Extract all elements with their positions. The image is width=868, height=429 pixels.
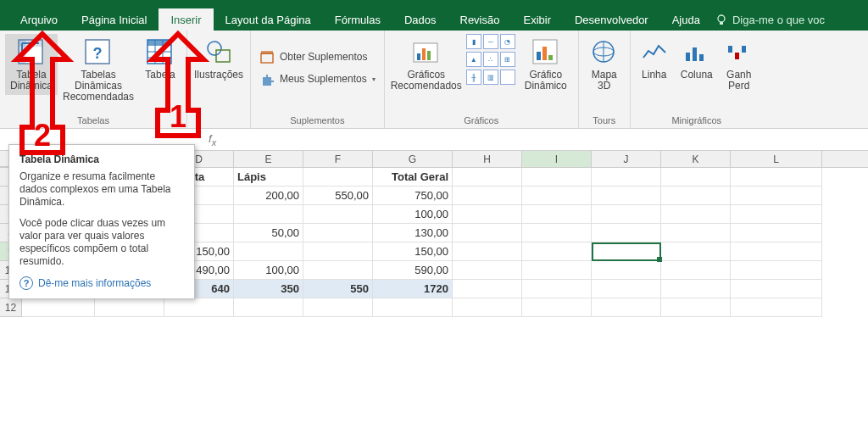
cell[interactable]: 100,00 xyxy=(373,205,453,224)
cell[interactable]: 50,00 xyxy=(234,224,303,242)
col-header[interactable]: F xyxy=(303,151,373,167)
svg-rect-30 xyxy=(699,54,704,61)
store-icon xyxy=(259,49,275,64)
group-tabelas: Tabela Dinâmica ? Tabelas Dinâmicas Reco… xyxy=(0,31,187,129)
sparkline-line-button[interactable]: Linha xyxy=(636,34,673,95)
line-chart-icon[interactable]: ─ xyxy=(483,34,498,49)
table-icon xyxy=(145,37,175,68)
my-addins-label: Meus Suplementos xyxy=(280,73,367,85)
svg-rect-18 xyxy=(417,53,420,60)
group-minigraficos-label: Minigráficos xyxy=(636,115,758,127)
fx-icon: fx xyxy=(202,132,223,148)
sparkline-column-button[interactable]: Coluna xyxy=(676,34,717,95)
globe-icon xyxy=(589,37,620,68)
group-graficos-label: Gráficos xyxy=(390,115,573,127)
area-chart-icon[interactable]: ▲ xyxy=(466,52,481,67)
help-icon: ? xyxy=(19,276,33,290)
tab-formulas[interactable]: Fórmulas xyxy=(323,8,392,31)
tab-inserir[interactable]: Inserir xyxy=(159,8,213,31)
lightbulb-icon xyxy=(715,14,727,25)
addins-icon xyxy=(259,71,275,86)
tab-revisao[interactable]: Revisão xyxy=(448,8,512,31)
svg-rect-19 xyxy=(422,48,426,60)
cell[interactable]: 130,00 xyxy=(373,224,453,242)
cell[interactable]: 150,00 xyxy=(373,242,453,261)
menu-tabs: Arquivo Página Inicial Inserir Layout da… xyxy=(0,8,868,31)
stock-chart-icon[interactable]: ╫ xyxy=(466,70,481,85)
svg-rect-32 xyxy=(735,53,739,59)
cell[interactable]: 550,00 xyxy=(303,187,373,205)
pivot-table-button[interactable]: Tabela Dinâmica xyxy=(5,34,58,95)
sparkline-winloss-button[interactable]: Ganh Perd xyxy=(721,34,758,95)
cell[interactable]: 200,00 xyxy=(234,187,303,205)
tab-ajuda[interactable]: Ajuda xyxy=(660,8,712,31)
pivot-chart-button[interactable]: Gráfico Dinâmico xyxy=(519,34,573,95)
sparkline-line-icon xyxy=(639,37,670,68)
cell[interactable]: 550 xyxy=(303,280,373,298)
svg-rect-22 xyxy=(537,52,541,60)
recommended-charts-label: Gráficos Recomendados xyxy=(391,70,462,92)
svg-rect-8 xyxy=(147,40,171,46)
cell[interactable]: 350 xyxy=(234,280,303,298)
svg-rect-20 xyxy=(427,51,431,60)
svg-rect-24 xyxy=(548,55,553,60)
my-addins-button[interactable]: Meus Suplementos ▾ xyxy=(256,70,379,88)
svg-rect-29 xyxy=(693,47,697,61)
tab-dados[interactable]: Dados xyxy=(392,8,448,31)
col-header[interactable]: L xyxy=(731,151,822,167)
chevron-down-icon: ▾ xyxy=(372,75,376,83)
col-header[interactable]: J xyxy=(592,151,661,167)
map3d-button[interactable]: Mapa 3D xyxy=(584,34,625,95)
tab-arquivo[interactable]: Arquivo xyxy=(8,8,70,31)
group-tours-label: Tours xyxy=(584,115,625,127)
col-header[interactable]: G xyxy=(373,151,453,167)
tell-me-label: Diga-me o que voc xyxy=(732,14,825,26)
group-ilustracoes: Ilustrações xyxy=(187,31,251,129)
pivot-table-icon xyxy=(16,37,47,68)
get-addins-button[interactable]: Obter Suplementos xyxy=(256,47,379,66)
table-button[interactable]: Tabela xyxy=(139,34,181,95)
empty-row: 12 xyxy=(0,298,868,317)
svg-point-0 xyxy=(718,15,725,22)
column-header-total: Total Geral xyxy=(373,168,453,187)
group-tabelas-label: Tabelas xyxy=(5,115,181,127)
tell-me[interactable]: Diga-me o que voc xyxy=(715,14,825,26)
sparkline-winloss-icon xyxy=(724,37,754,68)
get-addins-label: Obter Suplementos xyxy=(280,51,367,63)
svg-rect-33 xyxy=(742,46,746,53)
col-header[interactable]: K xyxy=(661,151,731,167)
tab-exibir[interactable]: Exibir xyxy=(511,8,563,31)
tab-desenvolvedor[interactable]: Desenvolvedor xyxy=(563,8,660,31)
svg-text:?: ? xyxy=(93,45,103,62)
illustrations-label: Ilustrações xyxy=(194,70,243,92)
bar-chart-icon[interactable]: ▮ xyxy=(466,34,481,49)
combo-chart-icon[interactable]: ▥ xyxy=(483,70,498,85)
col-header[interactable]: H xyxy=(453,151,522,167)
group-suplementos: Obter Suplementos Meus Suplementos ▾ Sup… xyxy=(251,31,385,129)
tooltip-paragraph: Você pode clicar duas vezes um valor par… xyxy=(19,217,184,268)
map3d-label: Mapa 3D xyxy=(586,70,623,92)
col-header[interactable]: I xyxy=(522,151,592,167)
tooltip-title: Tabela Dinâmica xyxy=(19,153,184,165)
map-chart-icon[interactable]: ⊞ xyxy=(500,52,515,67)
group-minigraficos: Linha Coluna Ganh Perd Minigráficos xyxy=(631,31,763,129)
recommended-charts-button[interactable]: Gráficos Recomendados xyxy=(390,34,463,95)
cell[interactable]: 1720 xyxy=(373,280,453,298)
sparkline-winloss-label: Ganh Perd xyxy=(722,70,756,92)
recommended-charts-icon xyxy=(411,37,442,68)
tooltip-more-info-link[interactable]: ? Dê-me mais informações xyxy=(19,276,184,290)
svg-rect-14 xyxy=(216,50,230,62)
cell[interactable]: 590,00 xyxy=(373,261,453,280)
group-tours: Mapa 3D Tours xyxy=(579,31,631,129)
scatter-chart-icon[interactable]: ∴ xyxy=(483,52,498,67)
tab-layout[interactable]: Layout da Página xyxy=(214,8,323,31)
svg-rect-31 xyxy=(728,46,732,53)
tab-pagina-inicial[interactable]: Página Inicial xyxy=(70,8,159,31)
recommended-pivot-button[interactable]: ? Tabelas Dinâmicas Recomendadas xyxy=(61,34,136,106)
chart-type-grid[interactable]: ▮─◔ ▲∴⊞ ╫▥ xyxy=(466,34,515,85)
cell[interactable]: 750,00 xyxy=(373,187,453,205)
col-header[interactable]: E xyxy=(234,151,303,167)
cell[interactable]: 100,00 xyxy=(234,261,303,280)
illustrations-button[interactable]: Ilustrações xyxy=(192,34,245,95)
pie-chart-icon[interactable]: ◔ xyxy=(500,34,515,49)
